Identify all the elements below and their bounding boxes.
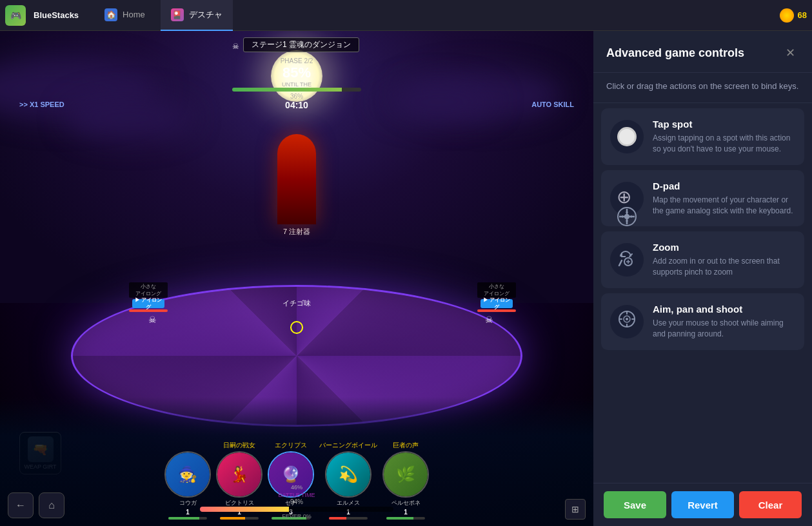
cloud-4 (381, 83, 497, 121)
char-label-2: エクリプス (275, 441, 307, 450)
app-name: BlueStacks (34, 10, 79, 20)
panel-title: Advanced game controls (606, 46, 744, 60)
enemy-right-name: 小さなアイロング (477, 282, 516, 298)
tap-spot-name: Tap spot (653, 119, 795, 130)
char-level-0: 1 (186, 509, 190, 516)
tap-spot-icon-wrap (610, 120, 644, 153)
svg-marker-2 (626, 210, 628, 213)
aim-pan-shoot-name: Aim, pan and shoot (653, 304, 795, 315)
bp-value: 68 (798, 10, 807, 20)
control-dpad[interactable]: D-pad Map the movement of your character… (601, 170, 804, 227)
game-background: ☠ ステージ1 霊魂のダンジョン PHASE 2/2 85% UNTIL THE… (0, 31, 593, 526)
dpad-desc: Map the movement of your character or th… (653, 195, 795, 217)
auto-skill-indicator[interactable]: AUTO SKILL (531, 101, 574, 108)
progress-label: UNTIL THE (232, 81, 361, 88)
phase-label: PHASE 2/2 (232, 57, 361, 64)
zoom-icon (617, 248, 637, 273)
speed-indicator[interactable]: >> X1 SPEED (19, 101, 64, 108)
panel-footer: Save Revert Clear (593, 483, 812, 526)
enemy-left-type: ▶ アイロング (132, 297, 164, 311)
control-zoom[interactable]: Zoom Add zoom in or out to the screen th… (601, 231, 804, 288)
tab-game[interactable]: 🎴 デスチャ (161, 0, 233, 31)
zoom-name: Zoom (653, 242, 795, 253)
tap-spot-text: Tap spot Assign tapping on a spot with t… (653, 119, 795, 155)
svg-marker-3 (626, 220, 628, 223)
tap-spot-icon (617, 127, 637, 146)
percent-46: 46% (200, 484, 393, 491)
skull-right: ☠ (485, 315, 493, 325)
boss-body (277, 134, 316, 224)
center-enemy-label: イチゴ味 (282, 298, 311, 308)
dpad-icon (617, 188, 637, 209)
home-tab-icon: 🏠 (104, 8, 117, 21)
svg-marker-4 (620, 215, 623, 218)
back-button[interactable]: ← (8, 492, 34, 518)
dpad-text: D-pad Map the movement of your character… (653, 180, 795, 217)
battle-label: BATTLE TIME (200, 492, 393, 498)
bottom-bars: 46% BATTLE TIME 94% FEVER 0% (200, 484, 393, 520)
progress-36: 36% (232, 93, 361, 100)
char-name-0: コウガ (179, 499, 197, 507)
dpad-icon-wrap (610, 182, 644, 215)
aim-icon (617, 309, 637, 334)
svg-point-9 (626, 318, 628, 320)
tap-spot-desc: Assign tapping on a spot with this actio… (653, 133, 795, 155)
target-marker (290, 321, 303, 334)
controls-list: Tap spot Assign tapping on a spot with t… (593, 103, 812, 483)
char-label-1: 日嗣の戦女 (223, 441, 255, 450)
tab-home-label: Home (123, 10, 145, 19)
cloud-3 (64, 95, 193, 141)
char-name-4: ペルセポネ (391, 499, 421, 507)
tab-home[interactable]: 🏠 Home (94, 0, 155, 31)
timer: 04:10 (232, 100, 361, 110)
nav-bottom: ← ⌂ (8, 492, 64, 518)
percent-94: 94% (200, 498, 393, 505)
enemy-right-type: ▶ アイロング (480, 297, 513, 311)
tab-game-label: デスチャ (189, 9, 223, 21)
stage-percent: 85% (232, 64, 361, 81)
char-label-3: バーニングボイール (319, 441, 377, 450)
stage-progress-fill (232, 88, 342, 92)
stage-name: ステージ1 霊魂のダンジョン (243, 37, 359, 52)
aim-pan-shoot-desc: Use your mouse to shoot while aiming and… (653, 318, 795, 340)
zoom-desc: Add zoom in or out to the screen that su… (653, 256, 795, 278)
char-level-4: 1 (404, 509, 408, 516)
aim-pan-shoot-text: Aim, pan and shoot Use your mouse to sho… (653, 304, 795, 340)
control-aim-pan-shoot[interactable]: Aim, pan and shoot Use your mouse to sho… (601, 293, 804, 350)
center-enemy: イチゴ味 (282, 298, 311, 308)
svg-point-1 (624, 214, 629, 219)
clear-button[interactable]: Clear (739, 491, 802, 518)
svg-marker-5 (631, 215, 633, 218)
hud-top: ☠ ステージ1 霊魂のダンジョン PHASE 2/2 85% UNTIL THE… (232, 37, 361, 110)
boss-label: 7 注射器 (277, 227, 316, 237)
bp-icon (780, 8, 794, 23)
dpad-name: D-pad (653, 180, 795, 191)
fever-label: FEVER 0% (200, 513, 393, 520)
skull-left: ☠ (148, 315, 157, 325)
bluestacks-logo: 🎮 (5, 5, 26, 26)
panel-description: Click or drag the actions on the screen … (593, 73, 812, 103)
zoom-text: Zoom Add zoom in or out to the screen th… (653, 242, 795, 278)
zoom-icon-wrap (610, 243, 644, 277)
game-tab-icon: 🎴 (171, 8, 184, 21)
title-bar: 🎮 BlueStacks 🏠 Home 🎴 デスチャ 68 (0, 0, 812, 31)
revert-button[interactable]: Revert (671, 491, 734, 518)
enemy-left-name: 小さなアイロング (129, 282, 168, 298)
bp-badge: 68 (780, 8, 807, 23)
enemy-right: 小さなアイロング ▶ アイロング (477, 282, 516, 312)
fever-fill (200, 507, 289, 512)
control-tap-spot[interactable]: Tap spot Assign tapping on a spot with t… (601, 108, 804, 165)
close-button[interactable]: ✕ (781, 44, 799, 62)
boss-character: 7 注射器 (277, 134, 316, 237)
map-icon[interactable]: ⊞ (565, 499, 586, 520)
save-button[interactable]: Save (604, 491, 666, 518)
home-button[interactable]: ⌂ (39, 492, 64, 518)
stage-progress-bar (232, 88, 361, 92)
side-panel: Advanced game controls ✕ Click or drag t… (593, 31, 812, 526)
char-hp-fill-0 (168, 517, 199, 520)
panel-header: Advanced game controls ✕ (593, 31, 812, 73)
aim-icon-wrap (610, 305, 644, 338)
fever-bar (200, 507, 393, 512)
game-area: ☠ ステージ1 霊魂のダンジョン PHASE 2/2 85% UNTIL THE… (0, 31, 593, 526)
enemy-left: 小さなアイロング ▶ アイロング (129, 282, 168, 312)
